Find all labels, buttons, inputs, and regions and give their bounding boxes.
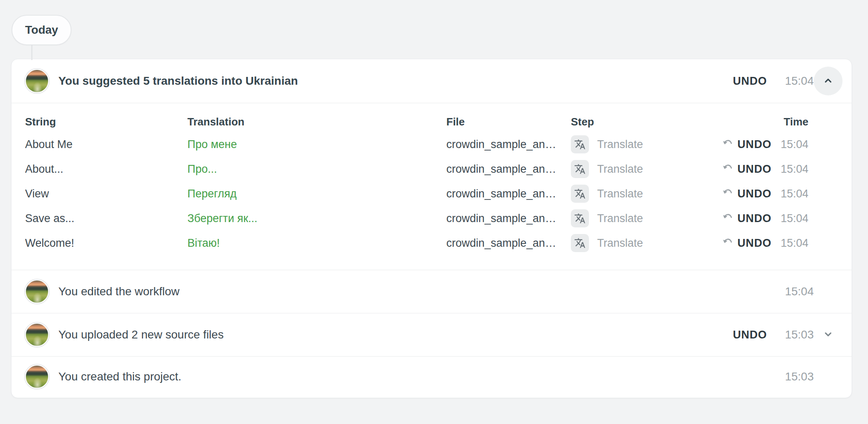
activity-feed-screen: Today You suggested 5 translations into … (0, 0, 868, 424)
avatar (25, 280, 49, 304)
chevron-up-icon (822, 74, 834, 88)
undo-arrow-icon (722, 137, 737, 152)
undo-arrow-icon (722, 211, 737, 226)
timeline-connector (31, 44, 32, 60)
activity-title: You edited the workflow (58, 285, 180, 298)
step-cell: Translate (571, 135, 708, 153)
step-label: Translate (597, 237, 643, 250)
table-row: Save as... Зберегти як... crowdin_sample… (25, 206, 808, 231)
string-cell: View (25, 188, 187, 200)
string-cell: Save as... (25, 212, 187, 225)
row-undo-label: UNDO (737, 212, 771, 225)
file-cell[interactable]: crowdin_sample_an… (446, 212, 571, 225)
undo-arrow-icon (722, 186, 737, 201)
file-cell[interactable]: crowdin_sample_an… (446, 163, 571, 176)
table-header-row: String Translation File Step Time (25, 111, 808, 132)
row-time: 15:04 (771, 237, 808, 250)
table-row: Welcome! Вітаю! crowdin_sample_an… Trans… (25, 231, 808, 255)
activity-title: You suggested 5 translations into Ukrain… (58, 74, 298, 88)
row-undo-label: UNDO (737, 237, 771, 250)
column-header-file: File (446, 116, 571, 128)
translation-cell[interactable]: Про мене (187, 138, 446, 151)
table-row: About Me Про мене crowdin_sample_an… Tra… (25, 132, 808, 157)
step-label: Translate (597, 188, 643, 200)
activity-title: You created this project. (58, 370, 181, 383)
activity-title: You uploaded 2 new source files (58, 328, 224, 341)
translate-icon (571, 234, 589, 252)
column-header-step: Step (571, 116, 708, 128)
step-cell: Translate (571, 234, 708, 252)
row-time: 15:04 (771, 163, 808, 176)
date-badge: Today (12, 15, 72, 45)
row-undo-label: UNDO (737, 138, 771, 151)
activity-row-suggested: You suggested 5 translations into Ukrain… (12, 59, 852, 103)
string-cell: About... (25, 163, 187, 176)
date-badge-label: Today (25, 23, 58, 37)
translate-icon (571, 185, 589, 203)
file-cell[interactable]: crowdin_sample_an… (446, 138, 571, 151)
row-undo-button[interactable]: UNDO (722, 211, 771, 226)
activity-row-workflow: You edited the workflow 15:04 (12, 270, 852, 313)
table-row: About... Про... crowdin_sample_an… Trans… (25, 157, 808, 181)
step-label: Translate (597, 138, 643, 151)
activity-card: You suggested 5 translations into Ukrain… (11, 59, 852, 398)
table-row: View Перегляд crowdin_sample_an… Transla… (25, 181, 808, 206)
undo-arrow-icon (722, 162, 737, 176)
avatar (25, 69, 49, 93)
activity-time: 15:03 (767, 328, 814, 341)
suggestions-table: String Translation File Step Time About … (12, 103, 852, 270)
translate-icon (571, 160, 589, 178)
row-time: 15:04 (771, 138, 808, 151)
row-time: 15:04 (771, 188, 808, 200)
column-header-time: Time (771, 116, 808, 128)
row-undo-button[interactable]: UNDO (722, 137, 771, 152)
string-cell: About Me (25, 138, 187, 151)
translate-icon (571, 135, 589, 153)
row-time: 15:04 (771, 212, 808, 225)
row-undo-button[interactable]: UNDO (722, 186, 771, 201)
undo-arrow-icon (722, 236, 737, 250)
file-cell[interactable]: crowdin_sample_an… (446, 188, 571, 200)
row-undo-label: UNDO (737, 163, 771, 176)
step-cell: Translate (571, 185, 708, 203)
expand-button[interactable] (814, 320, 843, 349)
translation-cell[interactable]: Вітаю! (187, 237, 446, 250)
translate-icon (571, 209, 589, 227)
activity-row-created: You created this project. 15:03 (12, 357, 852, 396)
collapse-button[interactable] (814, 67, 843, 95)
translation-cell[interactable]: Про... (187, 163, 446, 176)
undo-button[interactable]: UNDO (733, 75, 767, 88)
step-cell: Translate (571, 209, 708, 227)
avatar (25, 323, 49, 347)
chevron-down-icon (822, 328, 834, 342)
activity-row-uploaded: You uploaded 2 new source files UNDO 15:… (12, 313, 852, 357)
column-header-translation: Translation (187, 116, 446, 128)
activity-time: 15:04 (767, 74, 814, 88)
avatar (25, 365, 49, 389)
activity-time: 15:04 (767, 285, 814, 298)
string-cell: Welcome! (25, 237, 187, 250)
column-header-string: String (25, 116, 187, 128)
translation-cell[interactable]: Зберегти як... (187, 212, 446, 225)
activity-time: 15:03 (767, 370, 814, 383)
step-label: Translate (597, 212, 643, 225)
step-cell: Translate (571, 160, 708, 178)
row-undo-button[interactable]: UNDO (722, 162, 771, 176)
row-undo-label: UNDO (737, 188, 771, 200)
file-cell[interactable]: crowdin_sample_an… (446, 237, 571, 250)
row-undo-button[interactable]: UNDO (722, 236, 771, 250)
translation-cell[interactable]: Перегляд (187, 188, 446, 200)
step-label: Translate (597, 163, 643, 176)
undo-button[interactable]: UNDO (733, 329, 767, 341)
